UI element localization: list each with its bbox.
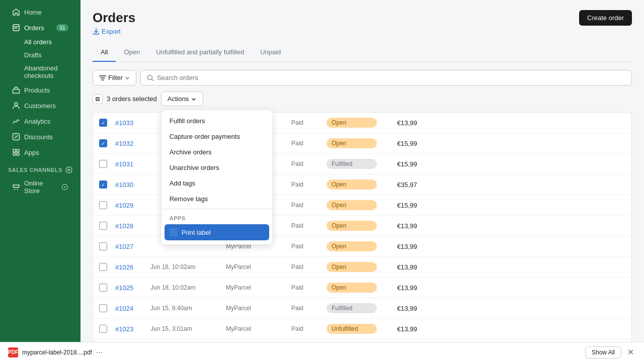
customers-icon bbox=[12, 102, 20, 110]
fulfillment-status: Open bbox=[327, 221, 377, 231]
page-header: Orders Create order bbox=[93, 10, 632, 26]
fulfillment-status: Fulfilled bbox=[327, 159, 377, 169]
show-all-button[interactable]: Show All bbox=[585, 346, 621, 358]
export-icon bbox=[93, 28, 100, 35]
order-channel: MyParcel bbox=[226, 305, 286, 312]
payment-status: Paid bbox=[286, 118, 327, 128]
payment-status: Paid bbox=[286, 221, 327, 231]
row-checkbox[interactable] bbox=[99, 139, 107, 147]
order-amount: €13,99 bbox=[377, 222, 417, 230]
add-channel-icon[interactable] bbox=[65, 166, 72, 173]
dropdown-unarchive-orders[interactable]: Unarchive orders bbox=[162, 160, 272, 175]
abandoned-label: Abandoned checkouts bbox=[24, 64, 58, 79]
create-order-button[interactable]: Create order bbox=[579, 10, 632, 26]
actions-dropdown: Fulfill orders Capture order payments Ar… bbox=[162, 110, 272, 244]
row-checkbox[interactable] bbox=[99, 201, 107, 209]
fulfillment-status: Fulfilled bbox=[327, 303, 377, 313]
discounts-icon bbox=[12, 133, 20, 141]
tab-open[interactable]: Open bbox=[116, 43, 148, 62]
order-number[interactable]: #1027 bbox=[115, 243, 150, 250]
order-date: Jun 18, 10:02am bbox=[150, 263, 226, 270]
order-number[interactable]: #1031 bbox=[115, 160, 150, 168]
order-amount: €13,99 bbox=[377, 305, 417, 312]
order-number[interactable]: #1024 bbox=[115, 305, 150, 312]
order-number[interactable]: #1033 bbox=[115, 119, 150, 127]
store-icon bbox=[12, 183, 20, 191]
order-amount: €35,97 bbox=[377, 181, 417, 189]
order-number[interactable]: #1030 bbox=[115, 181, 150, 189]
sidebar-item-orders[interactable]: Orders 31 bbox=[4, 20, 76, 35]
online-store-label: Online Store bbox=[24, 179, 57, 195]
search-input[interactable] bbox=[157, 74, 625, 81]
fulfillment-status: Open bbox=[327, 262, 377, 272]
svg-point-9 bbox=[15, 189, 16, 190]
orders-badge: 31 bbox=[56, 24, 68, 31]
sidebar-item-analytics[interactable]: Analytics bbox=[4, 114, 76, 129]
order-number[interactable]: #1028 bbox=[115, 222, 150, 230]
row-checkbox[interactable] bbox=[99, 222, 107, 230]
filter-button[interactable]: Filter bbox=[93, 70, 136, 85]
row-checkbox[interactable] bbox=[99, 325, 107, 333]
deselect-button[interactable] bbox=[93, 94, 103, 104]
row-checkbox[interactable] bbox=[99, 160, 107, 168]
dropdown-capture-payments[interactable]: Capture order payments bbox=[162, 129, 272, 144]
dropdown-remove-tags[interactable]: Remove tags bbox=[162, 191, 272, 207]
row-checkbox[interactable] bbox=[99, 304, 107, 312]
bottom-bar: PDF myparcel-label-2018....pdf ··· Show … bbox=[0, 342, 644, 362]
close-bottom-bar-button[interactable]: ✕ bbox=[625, 347, 636, 357]
order-amount: €15,99 bbox=[377, 160, 417, 168]
tab-unfulfilled[interactable]: Unfulfilled and partially fulfilled bbox=[148, 43, 252, 62]
tab-unpaid[interactable]: Unpaid bbox=[252, 43, 289, 62]
sidebar-item-analytics-label: Analytics bbox=[24, 118, 50, 125]
store-settings-icon[interactable] bbox=[61, 184, 68, 191]
sidebar-sub-all-orders[interactable]: All orders bbox=[4, 36, 76, 48]
sidebar-item-products[interactable]: Products bbox=[4, 82, 76, 98]
search-bar[interactable] bbox=[140, 70, 632, 85]
order-number[interactable]: #1026 bbox=[115, 263, 150, 271]
order-number[interactable]: #1032 bbox=[115, 140, 150, 147]
dropdown-add-tags[interactable]: Add tags bbox=[162, 175, 272, 191]
sidebar-item-apps-label: Apps bbox=[24, 149, 39, 156]
export-label: Export bbox=[102, 28, 121, 35]
payment-status: Paid bbox=[286, 283, 327, 293]
sidebar-sub-drafts[interactable]: Drafts bbox=[4, 49, 76, 61]
row-checkbox[interactable] bbox=[99, 263, 107, 271]
print-label-app-icon bbox=[170, 228, 178, 236]
row-checkbox[interactable] bbox=[99, 284, 107, 292]
row-checkbox[interactable] bbox=[99, 119, 107, 127]
sidebar-sub-abandoned[interactable]: Abandoned checkouts bbox=[4, 62, 76, 82]
tab-all[interactable]: All bbox=[93, 43, 116, 62]
order-channel: MyParcel bbox=[226, 284, 286, 291]
svg-point-2 bbox=[15, 103, 18, 106]
order-number[interactable]: #1023 bbox=[115, 325, 150, 333]
sidebar-item-orders-label: Orders bbox=[24, 24, 44, 32]
dropdown-print-label[interactable]: Print label bbox=[165, 224, 269, 240]
row-checkbox[interactable] bbox=[99, 242, 107, 250]
row-checkbox[interactable] bbox=[99, 180, 107, 189]
bottom-file-menu[interactable]: ··· bbox=[96, 348, 103, 357]
order-number[interactable]: #1025 bbox=[115, 284, 150, 292]
order-date: Jun 15, 8:40am bbox=[150, 305, 226, 312]
sidebar-item-home[interactable]: Home bbox=[4, 5, 76, 20]
sidebar: Home Orders 31 All orders Drafts Abandon… bbox=[0, 0, 80, 362]
table-row: #1025 Jun 18, 10:02am MyParcel Paid Open… bbox=[93, 278, 631, 298]
payment-status: Paid bbox=[286, 241, 327, 251]
svg-rect-4 bbox=[13, 149, 16, 152]
payment-status: Paid bbox=[286, 200, 327, 210]
export-link[interactable]: Export bbox=[93, 28, 632, 35]
order-amount: €13,99 bbox=[377, 243, 417, 250]
order-amount: €13,99 bbox=[377, 263, 417, 271]
sidebar-item-apps[interactable]: Apps bbox=[4, 145, 76, 160]
sidebar-item-discounts[interactable]: Discounts bbox=[4, 129, 76, 144]
sidebar-item-customers[interactable]: Customers bbox=[4, 98, 76, 113]
main-content: Orders Create order Export All Open Unfu… bbox=[80, 0, 644, 362]
order-amount: €15,99 bbox=[377, 140, 417, 147]
dropdown-fulfill-orders[interactable]: Fulfill orders bbox=[162, 113, 272, 129]
order-number[interactable]: #1029 bbox=[115, 202, 150, 209]
svg-rect-1 bbox=[13, 89, 20, 94]
dropdown-archive-orders[interactable]: Archive orders bbox=[162, 144, 272, 160]
fulfillment-status: Open bbox=[327, 283, 377, 293]
actions-label: Actions bbox=[168, 95, 189, 103]
actions-button[interactable]: Actions Fulfill orders Capture order pay… bbox=[161, 92, 204, 106]
sidebar-item-online-store[interactable]: Online Store bbox=[4, 176, 76, 198]
